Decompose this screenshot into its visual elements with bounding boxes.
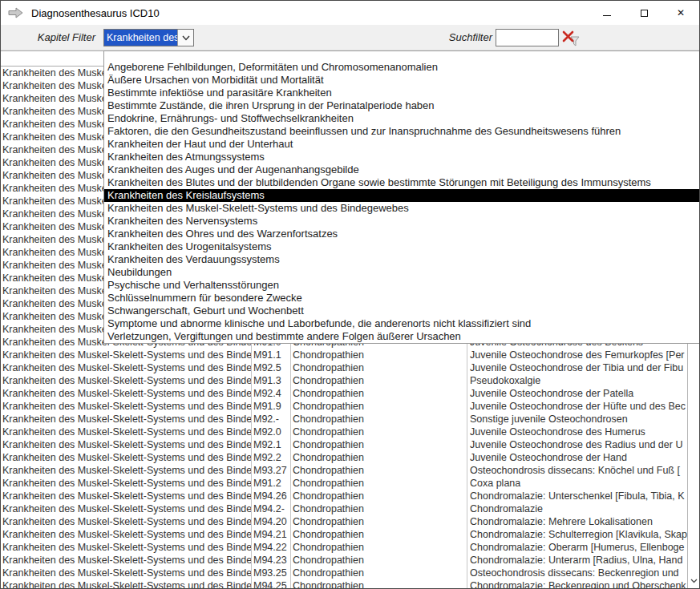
cell-group: Chondropathien [291, 451, 467, 464]
cell-group: Chondropathien [291, 528, 467, 541]
table-row[interactable]: Krankheiten des Muskel-Skelett-Systems u… [1, 464, 699, 477]
dropdown-item[interactable]: Äußere Ursachen von Morbidität und Morta… [104, 74, 700, 87]
dropdown-item[interactable]: Krankheiten des Blutes und der blutbilde… [104, 176, 700, 189]
dropdown-item[interactable]: Krankheiten des Nervensystems [104, 215, 700, 228]
cell-group: Chondropathien [291, 413, 467, 426]
table-row[interactable]: Krankheiten des Muskel-Skelett-Systems u… [1, 400, 699, 413]
kapitel-filter-combobox[interactable]: Krankheiten des [103, 29, 194, 46]
chevron-down-icon [690, 579, 698, 583]
combobox-dropdown-button[interactable] [177, 30, 193, 46]
cell-description: Pseudokoxalgie [467, 374, 687, 387]
table-row[interactable]: Krankheiten des Muskel-Skelett-Systems u… [1, 554, 699, 567]
cell-description: Chondromalazie: Schulterregion [Klavikul… [467, 528, 687, 541]
table-row[interactable]: Krankheiten des Muskel-Skelett-Systems u… [1, 349, 699, 361]
cell-icd-code: M92.4 [252, 387, 291, 400]
cell-chapter: Krankheiten des Muskel-Skelett-Systems u… [1, 374, 252, 387]
dropdown-item[interactable]: Schlüsselnummern für besondere Zwecke [104, 292, 700, 305]
title-bar: Diagnosenthesaurus ICD10 ✕ [1, 1, 699, 25]
dropdown-item[interactable]: Psychische und Verhaltensstörungen [104, 279, 700, 292]
scroll-down-button[interactable] [689, 577, 699, 585]
table-row[interactable]: Krankheiten des Muskel-Skelett-Systems u… [1, 438, 699, 451]
dropdown-item[interactable]: Krankheiten des Urogenitalsystems [104, 240, 700, 253]
cell-icd-code: M93.27 [252, 464, 291, 477]
dropdown-item[interactable]: Krankheiten der Haut und der Unterhaut [104, 138, 700, 151]
suchfilter-input[interactable] [496, 29, 559, 46]
table-row[interactable]: Krankheiten des Muskel-Skelett-Systems u… [1, 490, 699, 502]
close-button[interactable]: ✕ [662, 1, 699, 25]
cell-description: Juvenile Osteochondrose des Humerus [467, 426, 687, 438]
table-row[interactable]: Krankheiten des Muskel-Skelett-Systems u… [1, 361, 699, 374]
cell-group: Chondropathien [291, 438, 467, 451]
cell-icd-code: M94.23 [252, 554, 291, 567]
table-row[interactable]: Krankheiten des Muskel-Skelett-Systems u… [1, 451, 699, 464]
cell-chapter: Krankheiten des Muskel-Skelett-Systems u… [1, 451, 252, 464]
dropdown-item[interactable]: Krankheiten des Atmungssystems [104, 151, 700, 163]
table-row[interactable]: Krankheiten des Muskel-Skelett-Systems u… [1, 579, 699, 588]
cell-icd-code: M92.0 [252, 426, 291, 438]
dropdown-item[interactable]: Bestimmte Zustände, die ihren Ursprung i… [104, 99, 700, 112]
window-title: Diagnosenthesaurus ICD10 [31, 7, 160, 19]
cell-icd-code: M91.2 [252, 477, 291, 490]
cell-description: Chondromalazie: Mehrere Lokalisationen [467, 515, 687, 528]
table-row[interactable]: Krankheiten des Muskel-Skelett-Systems u… [1, 387, 699, 400]
cell-description: Chondromalazie: Unterarm [Radius, Ulna, … [467, 554, 687, 567]
cell-chapter: Krankheiten des Muskel-Skelett-Systems u… [1, 413, 252, 426]
cell-chapter: Krankheiten des Muskel-Skelett-Systems u… [1, 349, 252, 361]
cell-description: Juvenile Osteochondrose des Femurkopfes … [467, 349, 687, 361]
cell-description: Sonstige juvenile Osteochondrosen [467, 413, 687, 426]
cell-description: Juvenile Osteochondrose der Tibia und de… [467, 361, 687, 374]
dropdown-item[interactable]: Verletzungen, Vergiftungen und bestimmte… [104, 330, 700, 343]
cell-description: Juvenile Osteochondrose des Radius und d… [467, 438, 687, 451]
dropdown-item[interactable]: Schwangerschaft, Geburt und Wochenbett [104, 305, 700, 317]
table-row[interactable]: Krankheiten des Muskel-Skelett-Systems u… [1, 502, 699, 515]
dropdown-item[interactable]: Endokrine, Ernährungs- und Stoffwechselk… [104, 112, 700, 125]
dropdown-item-highlighted[interactable]: Krankheiten des Kreislaufsystems [104, 189, 700, 202]
dropdown-item[interactable]: Krankheiten des Verdauungssystems [104, 253, 700, 266]
cell-description: Chondromalazie: Beckenregion und Obersch… [467, 579, 687, 588]
cell-chapter: Krankheiten des Muskel-Skelett-Systems u… [1, 567, 252, 579]
cell-icd-code: M92.5 [252, 361, 291, 374]
table-row[interactable]: Krankheiten des Muskel-Skelett-Systems u… [1, 567, 699, 579]
table-row[interactable]: Krankheiten des Muskel-Skelett-Systems u… [1, 374, 699, 387]
table-row[interactable]: Krankheiten des Muskel-Skelett-Systems u… [1, 515, 699, 528]
cell-icd-code: M94.22 [252, 541, 291, 554]
table-row[interactable]: Krankheiten des Muskel-Skelett-Systems u… [1, 426, 699, 438]
cell-chapter: Krankheiten des Muskel-Skelett-Systems u… [1, 502, 252, 515]
cell-chapter: Krankheiten des Muskel-Skelett-Systems u… [1, 579, 252, 588]
close-icon: ✕ [677, 7, 685, 18]
cell-icd-code: M94.20 [252, 515, 291, 528]
clear-filter-icon[interactable] [562, 30, 581, 47]
filter-toolbar: Kapitel Filter Krankheiten des Suchfilte… [1, 25, 699, 50]
dropdown-item[interactable]: Symptome und abnorme klinische und Labor… [104, 317, 700, 330]
cell-group: Chondropathien [291, 349, 467, 361]
dropdown-item[interactable]: Bestimmte infektiöse und parasitäre Kran… [104, 87, 700, 99]
table-row[interactable]: Krankheiten des Muskel-Skelett-Systems u… [1, 413, 699, 426]
cell-chapter: Krankheiten des Muskel-Skelett-Systems u… [1, 490, 252, 502]
cell-group: Chondropathien [291, 374, 467, 387]
dropdown-item[interactable]: Krankheiten des Ohres und des Warzenfort… [104, 228, 700, 240]
cell-chapter: Krankheiten des Muskel-Skelett-Systems u… [1, 528, 252, 541]
maximize-button[interactable] [625, 1, 662, 25]
dropdown-item[interactable]: Neubildungen [104, 266, 700, 279]
dropdown-item[interactable]: Angeborene Fehlbildungen, Deformitäten u… [104, 61, 700, 74]
cell-group: Chondropathien [291, 515, 467, 528]
cell-description: Chondromalazie: Oberarm [Humerus, Ellenb… [467, 541, 687, 554]
cell-icd-code: M92.- [252, 413, 291, 426]
minimize-button[interactable] [589, 1, 625, 25]
table-row[interactable]: Krankheiten des Muskel-Skelett-Systems u… [1, 477, 699, 490]
cell-chapter: Krankheiten des Muskel-Skelett-Systems u… [1, 541, 252, 554]
dropdown-item[interactable]: Krankheiten des Auges und der Augenanhan… [104, 163, 700, 176]
kapitel-filter-label: Kapitel Filter [1, 25, 95, 50]
cell-group: Chondropathien [291, 567, 467, 579]
dropdown-item[interactable]: Faktoren, die den Gesundheitszustand bee… [104, 125, 700, 138]
cell-description: Osteochondrosis dissecans: Beckenregion … [467, 567, 687, 579]
cell-chapter: Krankheiten des Muskel-Skelett-Systems u… [1, 438, 252, 451]
cell-chapter: Krankheiten des Muskel-Skelett-Systems u… [1, 400, 252, 413]
cell-chapter: Krankheiten des Muskel-Skelett-Systems u… [1, 554, 252, 567]
cell-group: Chondropathien [291, 477, 467, 490]
table-row[interactable]: Krankheiten des Muskel-Skelett-Systems u… [1, 528, 699, 541]
cell-chapter: Krankheiten des Muskel-Skelett-Systems u… [1, 515, 252, 528]
table-row[interactable]: Krankheiten des Muskel-Skelett-Systems u… [1, 541, 699, 554]
cell-icd-code: M94.2- [252, 502, 291, 515]
dropdown-item[interactable]: Krankheiten des Muskel-Skelett-Systems u… [104, 202, 700, 215]
